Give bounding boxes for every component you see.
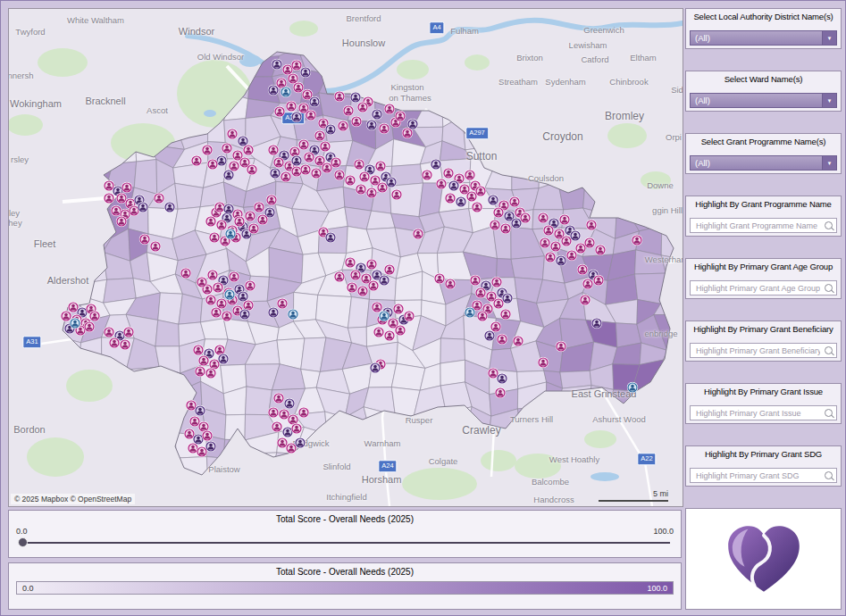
grant-marker[interactable]: [334, 271, 346, 283]
grant-marker[interactable]: [207, 159, 219, 171]
grant-marker[interactable]: [291, 423, 303, 435]
grant-programme-dropdown[interactable]: (All): [690, 155, 837, 171]
slider-track[interactable]: [20, 542, 670, 544]
grant-marker[interactable]: [243, 145, 255, 156]
grant-marker[interactable]: [477, 311, 489, 322]
grant-marker[interactable]: [191, 155, 203, 167]
grant-marker[interactable]: [520, 212, 532, 224]
ward-cell[interactable]: [155, 320, 180, 346]
ward-cell[interactable]: [348, 297, 369, 329]
grant-marker[interactable]: [84, 321, 96, 333]
highlight-sdg-search[interactable]: [690, 468, 837, 483]
grant-marker[interactable]: [218, 354, 230, 365]
grant-marker[interactable]: [413, 229, 424, 240]
ward-cell[interactable]: [391, 363, 425, 390]
grant-marker[interactable]: [586, 220, 598, 231]
ward-cell[interactable]: [158, 293, 183, 324]
grant-marker[interactable]: [268, 407, 280, 419]
grant-marker[interactable]: [202, 145, 214, 156]
grant-marker[interactable]: [205, 216, 217, 228]
grant-marker[interactable]: [123, 327, 135, 338]
grant-marker[interactable]: [384, 264, 396, 276]
grant-marker[interactable]: [570, 230, 582, 242]
highlight-issue-search[interactable]: [690, 405, 837, 420]
grant-marker[interactable]: [331, 157, 342, 169]
ward-cell[interactable]: [511, 256, 544, 279]
grant-marker[interactable]: [205, 368, 217, 379]
grant-marker[interactable]: [632, 235, 643, 246]
grant-marker[interactable]: [595, 245, 607, 256]
grant-marker[interactable]: [300, 67, 312, 79]
slider-handle[interactable]: [18, 537, 28, 547]
grant-marker[interactable]: [593, 275, 605, 287]
grant-marker[interactable]: [298, 407, 310, 419]
ward-dropdown[interactable]: (All): [690, 93, 837, 108]
highlight-beneficiary-search[interactable]: [690, 343, 837, 358]
grant-marker[interactable]: [379, 123, 390, 135]
highlight-issue-input[interactable]: [694, 408, 822, 419]
grant-marker[interactable]: [379, 311, 390, 322]
grant-marker[interactable]: [120, 339, 131, 351]
grant-marker[interactable]: [268, 307, 280, 319]
grant-marker[interactable]: [334, 91, 346, 103]
grant-marker[interactable]: [247, 164, 258, 176]
grant-marker[interactable]: [306, 110, 317, 121]
grant-marker[interactable]: [386, 177, 398, 188]
ward-cell[interactable]: [175, 183, 204, 209]
grant-marker[interactable]: [266, 195, 278, 206]
grant-marker[interactable]: [379, 275, 390, 287]
grant-marker[interactable]: [281, 87, 292, 98]
highlight-age-group-input[interactable]: [694, 283, 822, 294]
grant-marker[interactable]: [268, 85, 280, 96]
needs-map[interactable]: TwyfordWhite WalthamWindsorOld WindsorBr…: [8, 8, 683, 507]
grant-marker[interactable]: [407, 119, 419, 130]
grant-marker[interactable]: [325, 232, 337, 244]
grant-marker[interactable]: [357, 102, 369, 113]
grant-marker[interactable]: [309, 96, 321, 108]
grant-marker[interactable]: [436, 179, 448, 190]
grant-marker[interactable]: [229, 271, 240, 283]
grant-marker[interactable]: [556, 341, 567, 353]
grant-marker[interactable]: [495, 387, 507, 399]
grant-marker[interactable]: [150, 241, 162, 253]
grant-marker[interactable]: [104, 193, 115, 204]
grant-marker[interactable]: [291, 155, 303, 167]
grant-marker[interactable]: [497, 373, 508, 385]
grant-marker[interactable]: [116, 216, 128, 228]
grant-marker[interactable]: [395, 111, 406, 122]
grant-marker[interactable]: [245, 280, 256, 292]
ward-cell[interactable]: [179, 294, 203, 324]
grant-marker[interactable]: [627, 382, 639, 394]
grant-marker[interactable]: [422, 170, 433, 181]
grant-marker[interactable]: [366, 120, 378, 131]
ward-cell[interactable]: [440, 360, 465, 386]
highlight-beneficiary-input[interactable]: [694, 345, 822, 356]
grant-marker[interactable]: [257, 214, 269, 226]
grant-marker[interactable]: [395, 325, 406, 337]
ward-cell[interactable]: [366, 211, 395, 229]
chevron-down-icon[interactable]: [822, 31, 836, 45]
grant-marker[interactable]: [338, 121, 349, 132]
chevron-down-icon[interactable]: [822, 94, 836, 107]
grant-marker[interactable]: [295, 437, 306, 449]
grant-marker[interactable]: [223, 204, 235, 215]
grant-marker[interactable]: [325, 124, 337, 136]
grant-marker[interactable]: [224, 289, 236, 301]
grant-marker[interactable]: [197, 277, 208, 288]
highlight-programme-search[interactable]: [690, 218, 837, 233]
grant-marker[interactable]: [484, 330, 496, 342]
grant-marker[interactable]: [500, 309, 512, 320]
grant-marker[interactable]: [502, 293, 514, 304]
grant-marker[interactable]: [351, 116, 363, 128]
grant-marker[interactable]: [274, 106, 286, 118]
ward-cell[interactable]: [440, 338, 465, 363]
grant-marker[interactable]: [205, 441, 217, 453]
grant-marker[interactable]: [223, 170, 235, 181]
grant-marker[interactable]: [580, 295, 591, 306]
chevron-down-icon[interactable]: [822, 156, 836, 170]
grant-marker[interactable]: [538, 357, 549, 369]
grant-marker[interactable]: [513, 336, 524, 347]
grant-marker[interactable]: [431, 159, 442, 171]
grant-marker[interactable]: [475, 186, 487, 197]
grant-marker[interactable]: [89, 311, 101, 322]
